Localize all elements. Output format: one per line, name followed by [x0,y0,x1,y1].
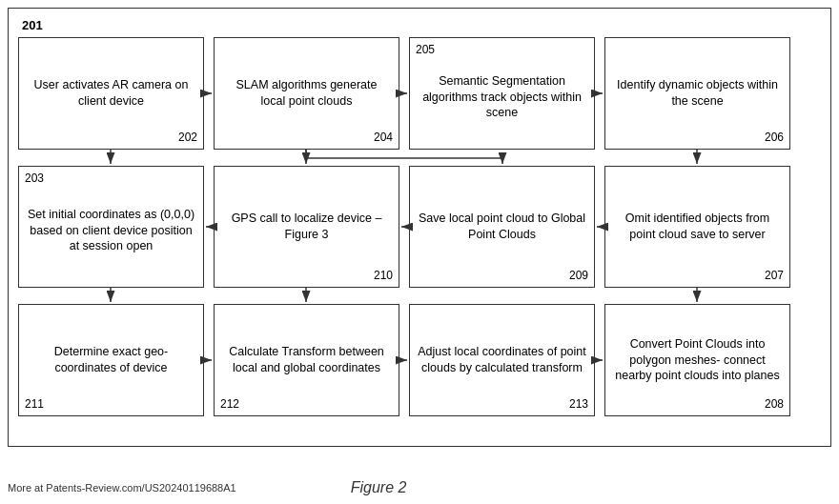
footer: More at Patents-Review.com/US20240119688… [8,479,831,496]
box-213: Adjust local coordinates of point clouds… [409,304,595,416]
box-205: 205 Semantic Segmentation algorithms tra… [409,37,595,150]
diagram-top-label: 201 [22,18,43,32]
box-206-num: 206 [765,130,784,145]
box-211-num: 211 [25,396,44,412]
footer-figure: Figure 2 [351,479,407,496]
box-210: GPS call to localize device – Figure 3 2… [214,166,399,288]
box-206-text: Identify dynamic objects within the scen… [613,77,782,110]
box-210-num: 210 [374,268,393,283]
box-204-text: SLAM algorithms generate local point clo… [222,77,391,110]
box-202-text: User activates AR camera on client devic… [27,77,195,110]
box-207-num: 207 [765,268,784,283]
box-203-text: Set initial coordinates as (0,0,0) based… [27,207,195,255]
box-210-text: GPS call to localize device – Figure 3 [222,211,391,243]
box-203: 203 Set initial coordinates as (0,0,0) b… [18,166,204,288]
box-202-num: 202 [178,130,197,145]
box-209-num: 209 [569,268,588,283]
box-206: Identify dynamic objects within the scen… [604,37,790,150]
box-207-text: Omit identified objects from point cloud… [613,211,782,243]
box-208-text: Convert Point Clouds into polygon meshes… [613,336,782,385]
box-208: Convert Point Clouds into polygon meshes… [604,304,790,416]
box-204: SLAM algorithms generate local point clo… [214,37,399,150]
box-204-num: 204 [374,130,393,145]
box-213-text: Adjust local coordinates of point clouds… [418,344,586,376]
box-212-text: Calculate Transform between local and gl… [222,344,391,376]
box-211: Determine exact geo-coordinates of devic… [18,304,204,416]
box-208-num: 208 [765,396,784,412]
box-209-text: Save local point cloud to Global Point C… [418,211,586,243]
box-212: Calculate Transform between local and gl… [214,304,399,416]
box-213-num: 213 [569,396,588,412]
box-211-text: Determine exact geo-coordinates of devic… [27,344,195,376]
box-202: User activates AR camera on client devic… [18,37,204,150]
footer-url: More at Patents-Review.com/US20240119688… [8,482,236,494]
box-209: Save local point cloud to Global Point C… [409,166,595,288]
diagram-container: 201 User activates AR camera on client d… [8,8,831,447]
box-207: Omit identified objects from point cloud… [604,166,790,288]
box-212-num: 212 [220,396,239,412]
box-203-num: 203 [25,171,44,186]
box-205-num: 205 [416,42,435,57]
box-205-text: Semantic Segmentation algorithms track o… [418,73,586,122]
